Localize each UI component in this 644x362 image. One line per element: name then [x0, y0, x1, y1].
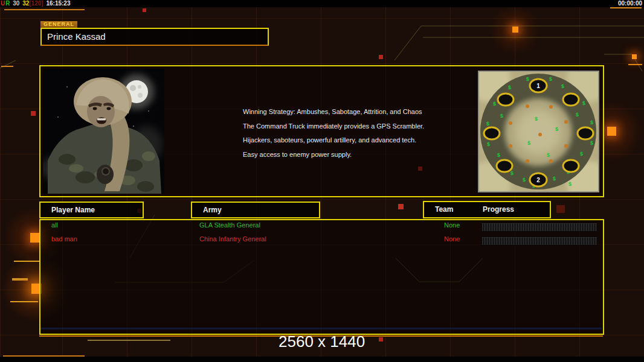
svg-text:$: $: [549, 76, 552, 82]
svg-text:$: $: [568, 181, 572, 187]
header-progress-label: Progress: [483, 202, 514, 217]
decor-red-square: [398, 204, 404, 209]
status-r: R: [5, 0, 10, 7]
svg-text:$: $: [547, 152, 550, 158]
svg-text:$: $: [576, 112, 579, 118]
header-player-name-label: Player Name: [51, 206, 95, 214]
decor-red-square: [556, 205, 565, 213]
player-army: GLA Stealth General: [199, 221, 260, 229]
general-name-box: Prince Kassad: [40, 28, 269, 46]
game-lobby-screen: UR 30 32[120] 16:15:23 00:00:00 GENERAL …: [0, 0, 644, 362]
decor-red-square: [31, 111, 36, 116]
resolution-label: 2560 x 1440: [279, 332, 365, 351]
decor-navy-line: [40, 328, 602, 329]
player-name: bad man: [51, 235, 77, 243]
decor-glow-square: [30, 233, 40, 243]
decor-dash: [88, 340, 170, 341]
svg-text:$: $: [555, 126, 558, 132]
decor-red-square: [379, 55, 383, 59]
map-preview[interactable]: $$$$$$$$$$$$$$$$$$$$$$$$ 1 2: [478, 71, 599, 192]
status-num: 32: [22, 0, 29, 7]
svg-text:$: $: [523, 177, 526, 183]
strategy-line: Hijackers, saboteurs, powerful artillery…: [243, 136, 424, 144]
start-position-2: 2: [536, 177, 540, 183]
decor-dash: [12, 278, 28, 281]
svg-text:$: $: [508, 84, 511, 91]
header-team-progress: Team Progress: [423, 201, 551, 218]
strategy-line: The Command Truck immediately provides a…: [243, 122, 424, 130]
status-time: 16:15:23: [45, 0, 71, 7]
svg-text:$: $: [526, 76, 529, 82]
player-team: None: [444, 235, 460, 243]
general-name: Prince Kassad: [47, 31, 106, 42]
player-name: all: [51, 221, 58, 229]
decor-glow-square: [512, 27, 518, 33]
svg-text:$: $: [561, 83, 564, 89]
decor-dash: [610, 7, 642, 8]
strategy-line: Winning Strategy: Ambushes, Sabotage, At…: [243, 108, 424, 115]
status-bracket: [120]: [29, 0, 43, 7]
player-team: None: [444, 221, 460, 229]
progress-bar: [481, 237, 597, 246]
general-info-panel: Winning Strategy: Ambushes, Sabotage, At…: [39, 65, 604, 197]
start-position-1: 1: [536, 83, 540, 89]
general-portrait: [43, 69, 164, 194]
strategy-text: Winning Strategy: Ambushes, Sabotage, At…: [243, 108, 424, 165]
svg-text:$: $: [527, 140, 530, 146]
decor-dash: [1, 66, 13, 67]
svg-text:$: $: [590, 119, 593, 125]
svg-text:$: $: [510, 170, 514, 176]
decor-glow-square: [607, 127, 616, 136]
player-row[interactable]: all GLA Stealth General None: [40, 221, 603, 233]
game-timer: 00:00:00: [618, 0, 642, 7]
decor-glow-square: [632, 54, 637, 59]
bottom-black-bar: [0, 357, 644, 362]
svg-text:$: $: [590, 140, 593, 146]
header-player-name: Player Name: [39, 202, 144, 218]
general-tab-label: GENERAL: [40, 21, 77, 28]
status-u: U: [0, 0, 5, 7]
svg-text:$: $: [493, 101, 496, 107]
decor-dash: [4, 9, 85, 10]
status-bar: UR 30 32[120] 16:15:23 00:00:00: [0, 0, 644, 7]
svg-text:$: $: [580, 151, 583, 157]
decor-dash: [628, 64, 642, 65]
svg-text:$: $: [487, 141, 490, 147]
svg-text:$: $: [500, 113, 503, 119]
svg-text:$: $: [497, 152, 500, 158]
header-army: Army: [191, 202, 320, 218]
status-fps: 30: [12, 0, 20, 7]
decor-dash: [14, 261, 39, 262]
header-team-label: Team: [435, 202, 453, 217]
player-list-panel: all GLA Stealth General None bad man Chi…: [39, 219, 604, 335]
player-army: China Infantry General: [199, 235, 266, 243]
svg-text:$: $: [535, 116, 538, 122]
svg-text:$: $: [486, 121, 489, 127]
decor-red-square: [379, 337, 383, 341]
header-army-label: Army: [203, 206, 222, 214]
decor-red-square: [143, 8, 146, 12]
decor-dash: [10, 301, 38, 302]
svg-text:$: $: [582, 100, 585, 106]
progress-bar: [481, 223, 597, 232]
svg-text:$: $: [553, 176, 556, 182]
player-row[interactable]: bad man China Infantry General None: [40, 235, 603, 247]
strategy-line: Easy access to enemy power supply.: [243, 151, 424, 158]
